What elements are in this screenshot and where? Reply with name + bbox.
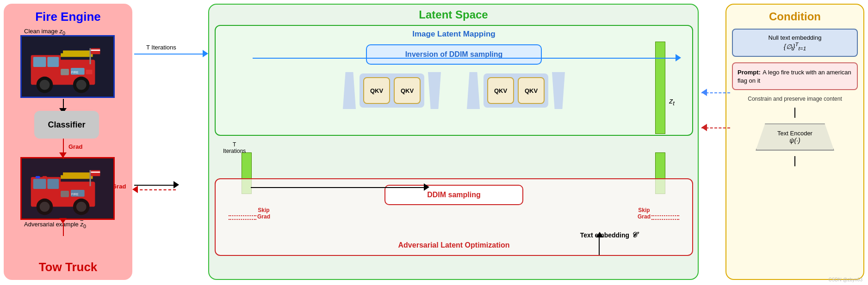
svg-rect-18	[86, 70, 93, 74]
clean-image-label: Clean image z0	[24, 28, 65, 36]
dashed-conn-2-head	[701, 124, 707, 131]
funnel-right-2	[552, 72, 565, 109]
qkv-group-1: QKV QKV	[360, 73, 424, 108]
latent-panel: Latent Space Image Latent Mapping Invers…	[208, 4, 699, 280]
tow-to-c-line	[63, 223, 64, 236]
svg-rect-37	[22, 159, 113, 218]
ddim-inversion-box: Inversion of DDIM sampling	[366, 44, 542, 65]
adv-to-latent-line	[134, 185, 177, 186]
svg-rect-9	[61, 53, 93, 57]
null-text-math: {∅t}Tt=1	[738, 41, 852, 51]
c-arrow-1	[63, 99, 64, 109]
skip-grad-right: SkipGrad	[638, 207, 651, 220]
dotted-right-1	[651, 215, 679, 216]
dotted-left-2	[229, 219, 256, 220]
null-text-box: Null text embedding {∅t}Tt=1	[732, 29, 858, 57]
funnel-left-2	[467, 72, 480, 109]
green-bar-right-top	[655, 42, 665, 134]
blue-arrow-top-head	[676, 54, 681, 61]
qkv-box-3: QKV	[487, 77, 514, 104]
left-panel: Fire Engine Clean image z0	[4, 4, 132, 280]
red-arrow-down	[63, 139, 64, 159]
prompt-box: Prompt: A lego fire truck with an americ…	[732, 62, 858, 90]
diagram-wrapper: Fire Engine Clean image z0	[0, 0, 868, 285]
qkv-group-2: QKV QKV	[484, 73, 548, 108]
tow-truck-label: Tow Truck	[4, 260, 132, 274]
dotted-left-1	[229, 215, 256, 216]
latent-title: Latent Space	[209, 5, 698, 21]
right-panel: Condition Null text embedding {∅t}Tt=1 P…	[725, 4, 864, 280]
svg-rect-11	[90, 48, 91, 64]
svg-rect-3	[33, 57, 46, 67]
adv-latent-box: DDIM sampling Adversarial Latent Optimiz…	[215, 178, 693, 256]
svg-rect-39	[43, 176, 47, 178]
bottom-arrow-line	[251, 187, 427, 188]
qkv-box-1: QKV	[363, 77, 390, 104]
dotted-right-2	[651, 219, 679, 220]
svg-text:FIRE: FIRE	[71, 71, 79, 74]
constrain-text: Constrain and preserve image content	[732, 96, 858, 102]
blue-arrow-top-line	[253, 58, 678, 59]
svg-point-6	[40, 80, 50, 90]
bottom-arrow-head	[424, 183, 429, 191]
text-encoder-box: Text Encoder ψ(·)	[756, 123, 834, 151]
text-emb-arrow-line	[599, 236, 600, 255]
svg-rect-14	[91, 51, 100, 52]
text-encoder-label: Text Encoder	[756, 130, 833, 137]
qkv-box-4: QKV	[518, 77, 545, 104]
null-text-label: Null text embedding	[738, 34, 852, 41]
adv-to-latent-arrow	[174, 181, 179, 188]
t-iter-label-left: TIterations	[223, 141, 246, 154]
zt-label: zt	[669, 97, 675, 107]
adv-example-label: Adversarial example z0	[24, 221, 86, 229]
svg-rect-15	[61, 69, 69, 75]
image-latent-mapping-box: Image Latent Mapping Inversion of DDIM s…	[215, 25, 693, 136]
text-emb-arrow-head	[596, 232, 603, 237]
text-encoder-math: ψ(·)	[756, 137, 833, 144]
classifier-box: Classifier	[34, 111, 99, 139]
qkv-box-2: QKV	[394, 77, 421, 104]
adv-image-box: FIRE	[20, 157, 115, 220]
svg-rect-38	[36, 176, 40, 178]
dashed-conn-1-head	[701, 89, 707, 96]
t-iter-arrow-line	[134, 54, 206, 55]
grad-label: Grad	[68, 143, 82, 150]
image-latent-title: Image Latent Mapping	[216, 26, 692, 41]
qkv-area: QKV QKV QKV QKV	[343, 72, 565, 109]
red-dashed-back	[135, 189, 176, 190]
svg-rect-13	[91, 49, 100, 51]
t-iter-arrow-head	[203, 50, 208, 57]
text-embedding-label: Text embedding 𝒞	[580, 231, 637, 239]
svg-rect-10	[63, 50, 90, 54]
t-iter-label: T Iterations	[146, 44, 176, 51]
arrow-to-encoder	[794, 108, 795, 118]
svg-point-8	[76, 80, 87, 90]
funnel-right-1	[428, 72, 441, 109]
arrow-from-encoder	[794, 156, 795, 166]
clean-image-box: FIRE	[20, 35, 115, 98]
red-dashed-arrow-head	[132, 186, 138, 193]
svg-rect-4	[47, 57, 59, 67]
funnel-left-1	[343, 72, 356, 109]
adv-latent-label: Adversarial Latent Optimization	[361, 241, 546, 249]
skip-grad-left: SkipGrad	[257, 207, 270, 220]
watermark: CSDN @zbyn63	[828, 277, 862, 282]
fire-engine-label: Fire Engine	[8, 10, 128, 24]
prompt-label: Prompt:	[738, 69, 761, 76]
condition-title: Condition	[769, 10, 821, 23]
tow-to-c-arrow	[59, 218, 67, 224]
